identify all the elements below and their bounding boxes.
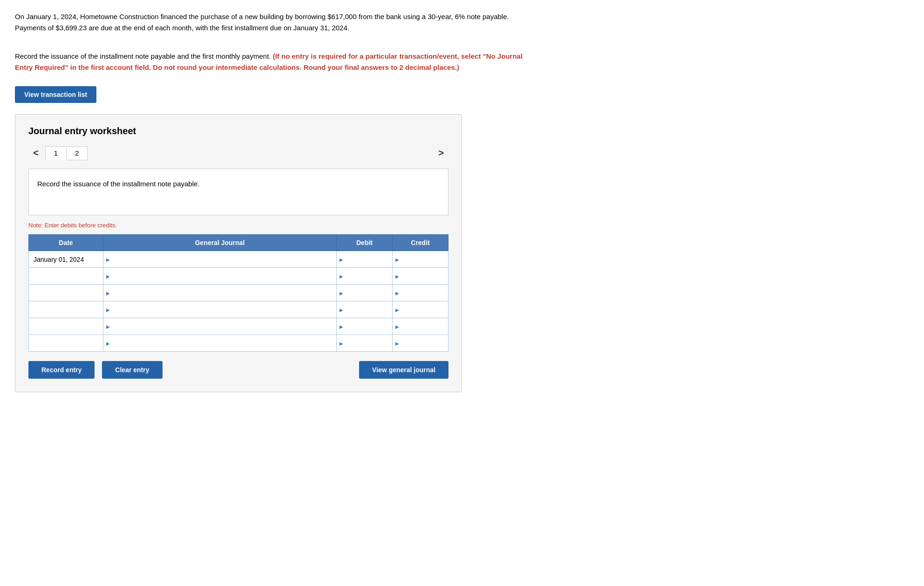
view-general-journal-button[interactable]: View general journal	[359, 361, 448, 379]
credit-input-4[interactable]	[393, 318, 448, 334]
general-journal-cell-1[interactable]	[103, 268, 337, 285]
table-row: January 01, 2024	[29, 251, 448, 268]
general-journal-input-4[interactable]	[103, 318, 336, 334]
general-journal-input-1[interactable]	[103, 268, 336, 284]
journal-table: Date General Journal Debit Credit Januar…	[28, 234, 448, 352]
general-journal-input-0[interactable]	[103, 251, 336, 267]
debit-cell-2[interactable]	[337, 285, 393, 301]
credit-input-1[interactable]	[393, 268, 448, 284]
date-cell-0: January 01, 2024	[29, 251, 103, 268]
credit-cell-1[interactable]	[393, 268, 448, 285]
col-header-debit: Debit	[337, 235, 393, 251]
col-header-date: Date	[29, 235, 103, 251]
credit-cell-0[interactable]	[393, 251, 448, 268]
tab-group: 1 2	[45, 146, 88, 160]
credit-input-0[interactable]	[393, 251, 448, 267]
general-journal-input-3[interactable]	[103, 301, 336, 318]
table-row	[29, 301, 448, 318]
instruction-plain: Record the issuance of the installment n…	[15, 52, 273, 60]
view-transaction-button[interactable]: View transaction list	[15, 86, 96, 103]
debit-input-5[interactable]	[337, 335, 392, 351]
col-header-credit: Credit	[393, 235, 448, 251]
debit-cell-1[interactable]	[337, 268, 393, 285]
tab-navigation: < 1 2 >	[28, 146, 448, 160]
date-cell-3	[29, 301, 103, 318]
intro-paragraph-1: On January 1, 2024, Hometowne Constructi…	[15, 11, 527, 34]
debit-cell-3[interactable]	[337, 301, 393, 318]
date-cell-5	[29, 335, 103, 352]
table-row	[29, 285, 448, 301]
next-tab-arrow[interactable]: >	[434, 146, 448, 160]
worksheet-title: Journal entry worksheet	[28, 126, 448, 136]
general-journal-cell-0[interactable]	[103, 251, 337, 268]
credit-cell-5[interactable]	[393, 335, 448, 352]
col-header-general-journal: General Journal	[103, 235, 337, 251]
debit-cell-0[interactable]	[337, 251, 393, 268]
credit-input-5[interactable]	[393, 335, 448, 351]
debit-cell-5[interactable]	[337, 335, 393, 352]
debit-cell-4[interactable]	[337, 318, 393, 335]
table-row	[29, 318, 448, 335]
general-journal-cell-2[interactable]	[103, 285, 337, 301]
entry-description: Record the issuance of the installment n…	[28, 169, 448, 215]
credit-cell-2[interactable]	[393, 285, 448, 301]
table-row	[29, 268, 448, 285]
date-cell-1	[29, 268, 103, 285]
general-journal-cell-4[interactable]	[103, 318, 337, 335]
debit-input-4[interactable]	[337, 318, 392, 334]
general-journal-input-5[interactable]	[103, 335, 336, 351]
debit-input-1[interactable]	[337, 268, 392, 284]
instruction-paragraph: Record the issuance of the installment n…	[15, 51, 527, 73]
date-cell-4	[29, 318, 103, 335]
general-journal-cell-3[interactable]	[103, 301, 337, 318]
entry-note: Note: Enter debits before credits.	[28, 222, 448, 229]
debit-input-3[interactable]	[337, 301, 392, 318]
general-journal-cell-5[interactable]	[103, 335, 337, 352]
credit-cell-3[interactable]	[393, 301, 448, 318]
credit-cell-4[interactable]	[393, 318, 448, 335]
debit-input-2[interactable]	[337, 285, 392, 301]
debit-input-0[interactable]	[337, 251, 392, 267]
action-buttons-row: Record entry Clear entry View general jo…	[28, 361, 448, 379]
date-cell-2	[29, 285, 103, 301]
record-entry-button[interactable]: Record entry	[28, 361, 95, 379]
credit-input-2[interactable]	[393, 285, 448, 301]
journal-entry-worksheet: Journal entry worksheet < 1 2 > Record t…	[15, 114, 462, 392]
credit-input-3[interactable]	[393, 301, 448, 318]
tab-2[interactable]: 2	[66, 146, 88, 160]
prev-tab-arrow[interactable]: <	[28, 146, 43, 160]
table-row	[29, 335, 448, 352]
general-journal-input-2[interactable]	[103, 285, 336, 301]
clear-entry-button[interactable]: Clear entry	[102, 361, 162, 379]
tab-1[interactable]: 1	[45, 146, 66, 160]
